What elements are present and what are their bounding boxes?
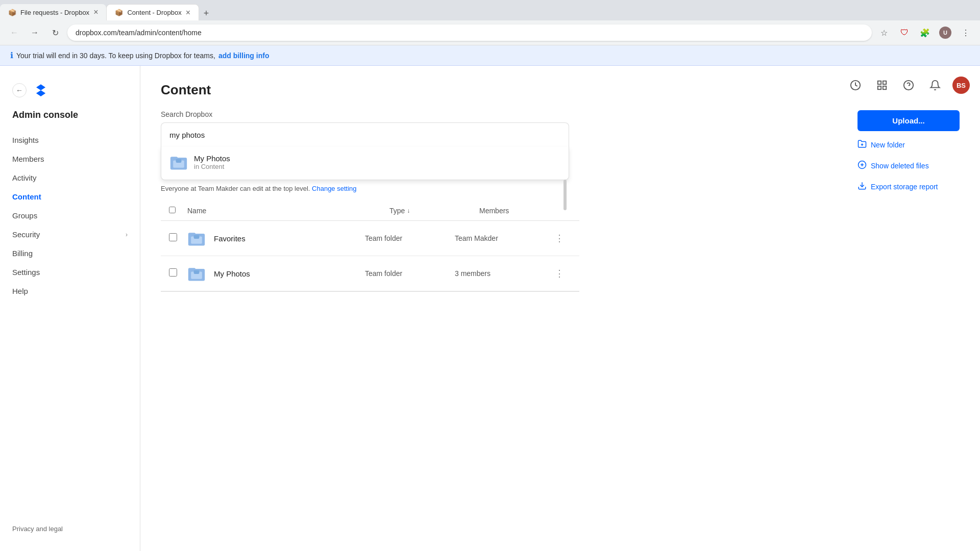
search-container: My Photos in Content <box>161 122 569 147</box>
row1-members: Team Makder <box>455 234 547 242</box>
row2-type: Team folder <box>365 269 447 278</box>
tab1-close[interactable]: × <box>93 8 98 17</box>
col-header-members: Members <box>479 207 571 215</box>
browser-tab-1[interactable]: 📦 File requests - Dropbox × <box>0 4 106 20</box>
table-row: Favorites Team folder Team Makder ⋮ <box>161 221 579 256</box>
table-row: My Photos Team folder 3 members ⋮ <box>161 256 579 291</box>
sidebar-label-security: Security <box>12 230 40 239</box>
search-result-folder-icon <box>169 153 188 171</box>
favorites-folder-icon <box>187 229 206 247</box>
app-layout: ← Admin console Insights Members Activit… <box>0 66 980 551</box>
sidebar-item-activity[interactable]: Activity <box>0 168 140 187</box>
extension-shield[interactable]: 🛡 <box>896 24 913 41</box>
profile-icon[interactable]: U <box>937 24 953 41</box>
main-content: Content Search Dropbox <box>140 66 980 308</box>
col-header-name: Name <box>187 207 381 215</box>
dropbox-logo <box>32 81 50 99</box>
tab2-title: Content - Dropbox <box>127 9 181 16</box>
trial-icon: ℹ <box>10 51 13 60</box>
sidebar-label-insights: Insights <box>12 136 39 144</box>
row1-checkbox[interactable] <box>169 233 177 241</box>
new-folder-link[interactable]: New folder <box>857 137 949 152</box>
sidebar-item-help[interactable]: Help <box>0 282 140 300</box>
right-panel: Upload... New folder Show deleted files <box>847 110 960 204</box>
row1-more-button[interactable]: ⋮ <box>555 233 571 244</box>
sidebar-label-members: Members <box>12 155 44 163</box>
search-result-my-photos[interactable]: My Photos in Content <box>161 147 569 178</box>
row2-checkbox-area <box>169 268 179 279</box>
back-button[interactable]: ← <box>6 24 22 41</box>
tab2-close[interactable]: × <box>186 8 190 17</box>
trial-banner: ℹ Your trial will end in 30 days. To kee… <box>0 45 980 66</box>
sidebar-item-groups[interactable]: Groups <box>0 206 140 225</box>
export-storage-icon <box>857 181 867 192</box>
table-bottom-border <box>161 291 579 292</box>
svg-rect-10 <box>176 159 182 163</box>
col-header-type[interactable]: Type ↓ <box>389 207 471 215</box>
tab1-favicon: 📦 <box>8 9 16 16</box>
export-storage-link[interactable]: Export storage report <box>857 179 949 194</box>
show-deleted-link[interactable]: Show deleted files <box>857 158 949 173</box>
tab2-favicon: 📦 <box>115 9 123 16</box>
content-area: Search Dropbox <box>161 110 827 292</box>
select-all-checkbox[interactable] <box>169 207 176 213</box>
sidebar-bottom: Privacy and legal <box>0 516 140 541</box>
new-folder-label: New folder <box>871 141 905 149</box>
row2-name[interactable]: My Photos <box>214 269 357 278</box>
row2-checkbox[interactable] <box>169 268 177 277</box>
browser-nav: ← → ↻ dropbox.com/team/admin/content/hom… <box>0 20 980 45</box>
security-chevron-icon: › <box>126 231 128 238</box>
page-title: Content <box>161 82 960 98</box>
browser-tabs: 📦 File requests - Dropbox × 📦 Content - … <box>0 0 980 20</box>
show-deleted-icon <box>857 160 867 171</box>
permission-notice-area: Everyone at Team Makder can edit at the … <box>161 184 827 193</box>
browser-chrome: 📦 File requests - Dropbox × 📦 Content - … <box>0 0 980 45</box>
select-all-checkbox-area <box>169 206 179 215</box>
sidebar-item-settings[interactable]: Settings <box>0 263 140 282</box>
row1-checkbox-area <box>169 233 179 243</box>
row2-members: 3 members <box>455 269 547 278</box>
browser-tab-2[interactable]: 📦 Content - Dropbox × <box>106 4 199 20</box>
change-setting-link[interactable]: Change setting <box>312 185 356 192</box>
sidebar-item-members[interactable]: Members <box>0 149 140 168</box>
search-result-info: My Photos in Content <box>194 154 230 170</box>
sidebar-item-billing[interactable]: Billing <box>0 244 140 263</box>
reload-button[interactable]: ↻ <box>47 24 63 41</box>
dropdown-scrollbar <box>564 180 567 210</box>
browser-menu[interactable]: ⋮ <box>958 24 974 41</box>
search-dropdown: My Photos in Content <box>161 147 569 180</box>
add-billing-link[interactable]: add billing info <box>218 52 270 60</box>
sidebar-item-security[interactable]: Security › <box>0 225 140 244</box>
row1-type: Team folder <box>365 234 447 242</box>
search-result-location: in Content <box>194 163 230 170</box>
sidebar-nav: Insights Members Activity Content Groups… <box>0 131 140 516</box>
bookmark-button[interactable]: ☆ <box>876 24 892 41</box>
address-bar[interactable]: dropbox.com/team/admin/content/home <box>67 24 872 41</box>
row2-more-button[interactable]: ⋮ <box>555 268 571 279</box>
browser-nav-icons: ☆ 🛡 🧩 U ⋮ <box>876 24 974 41</box>
svg-rect-18 <box>194 270 200 274</box>
admin-console-title: Admin console <box>0 110 140 131</box>
sidebar-label-content: Content <box>12 192 41 201</box>
svg-rect-14 <box>194 235 200 239</box>
sidebar-logo-area: ← <box>0 76 140 110</box>
sidebar-label-activity: Activity <box>12 173 37 182</box>
search-input[interactable] <box>161 122 569 147</box>
type-label: Type <box>389 207 405 215</box>
search-result-name: My Photos <box>194 154 230 163</box>
permission-notice: Everyone at Team Makder can edit at the … <box>161 185 357 192</box>
sidebar-label-settings: Settings <box>12 268 40 277</box>
sidebar-item-insights[interactable]: Insights <box>0 131 140 149</box>
content-table: Name Type ↓ Members <box>161 201 579 292</box>
new-folder-icon <box>857 139 867 150</box>
forward-button[interactable]: → <box>27 24 43 41</box>
new-tab-button[interactable]: + <box>199 6 213 20</box>
sidebar-label-groups: Groups <box>12 211 37 220</box>
privacy-legal-link[interactable]: Privacy and legal <box>12 525 63 533</box>
search-label: Search Dropbox <box>161 110 827 118</box>
sidebar-item-content[interactable]: Content <box>0 187 140 206</box>
upload-button[interactable]: Upload... <box>857 110 960 131</box>
row1-name[interactable]: Favorites <box>214 234 357 243</box>
sidebar-back-button[interactable]: ← <box>12 83 27 97</box>
extensions-puzzle[interactable]: 🧩 <box>917 24 933 41</box>
